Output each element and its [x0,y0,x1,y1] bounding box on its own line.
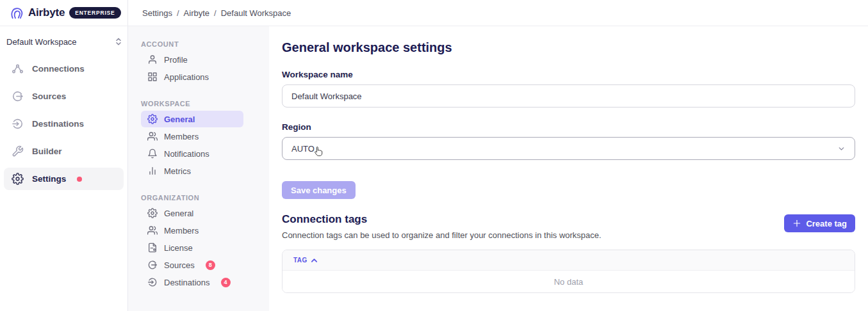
subnav-item-label: Metrics [164,166,191,176]
breadcrumb-default-workspace[interactable]: Default Workspace [221,8,291,18]
members-icon [147,225,158,235]
settings-gear-icon [147,208,158,218]
subnav-item-label: Applications [164,72,209,82]
brand-name: Airbyte [28,6,65,19]
subnav-item-label: General [164,209,193,218]
logo-row: Airbyte ENTERPRISE [0,0,127,26]
subnav-item-workspace-members[interactable]: Members [141,128,243,145]
subnav-item-org-members[interactable]: Members [141,222,243,239]
page-title: General workspace settings [282,40,855,55]
airbyte-logo-icon [10,6,24,20]
bell-icon [147,148,158,159]
person-icon [147,54,158,65]
subnav-item-workspace-general[interactable]: General [141,111,243,127]
section-title-workspace: WORKSPACE [141,100,256,108]
connection-tags-header: Connection tags Connection tags can be u… [282,213,855,240]
create-tag-label: Create tag [806,219,847,228]
right-column: Settings / Airbyte / Default Workspace A… [128,0,868,311]
sources-icon [147,260,158,270]
save-changes-button[interactable]: Save changes [282,181,356,199]
destinations-count-badge: 4 [221,278,231,287]
sources-count-badge: 8 [206,260,215,270]
connection-tags-titles: Connection tags Connection tags can be u… [282,213,602,240]
sidebar-item-settings[interactable]: Settings [4,168,124,190]
subnav-item-label: Members [164,132,199,141]
subnav-item-org-general[interactable]: General [141,205,243,221]
subnav-item-org-destinations[interactable]: Destinations 4 [141,274,243,291]
breadcrumb-separator: / [177,8,179,18]
workspace-selector-value: Default Workspace [6,37,77,47]
table-empty-state: No data [283,271,855,292]
main-content: General workspace settings Workspace nam… [269,26,868,311]
sidebar-item-builder[interactable]: Builder [4,140,124,163]
workspace-name-input[interactable] [282,84,855,108]
sidebar-item-label: Settings [32,174,66,184]
grid-icon [147,72,158,82]
sidebar-item-sources[interactable]: Sources [4,85,124,108]
sidebar-item-destinations[interactable]: Destinations [4,113,124,135]
sidebar-item-label: Destinations [32,119,84,129]
content-row: ACCOUNT Profile Applications WORKSPACE [128,26,868,311]
connection-tags-table: TAG No data [282,250,855,293]
section-title-account: ACCOUNT [141,40,256,48]
subnav-item-label: General [164,115,195,124]
destinations-icon [147,277,158,287]
sidebar-item-connections[interactable]: Connections [4,58,124,80]
tag-column-label: TAG [293,257,307,264]
sort-ascending-icon [311,258,318,263]
table-header-row: TAG [283,250,855,271]
license-document-icon [147,243,158,253]
region-select-value: AUTO [291,144,315,154]
sidebar-item-label: Sources [32,92,66,101]
chevron-down-icon [837,145,846,153]
sidebar-item-label: Connections [32,64,85,74]
region-label: Region [282,122,855,132]
connection-tags-description: Connection tags can be used to organize … [282,230,602,240]
settings-notification-dot [77,177,82,182]
app-window: Airbyte ENTERPRISE Default Workspace Con… [0,0,868,311]
subnav-item-applications[interactable]: Applications [141,68,243,85]
sidebar-item-label: Builder [32,147,62,156]
create-tag-button[interactable]: Create tag [784,214,855,232]
connection-tags-title: Connection tags [282,213,602,226]
bar-chart-icon [147,166,158,176]
settings-gear-icon [147,114,158,124]
subnav-item-notifications[interactable]: Notifications [141,145,243,162]
connections-icon [12,63,24,75]
subnav-item-profile[interactable]: Profile [141,51,243,68]
subnav-item-label: Sources [164,260,195,270]
breadcrumb-settings[interactable]: Settings [142,8,172,18]
tag-column-header[interactable]: TAG [293,257,318,264]
subnav-item-label: Members [164,226,199,235]
sidebar-nav: Connections Sources Destinations [0,51,127,195]
subnav-item-label: Notifications [164,149,209,159]
subnav-item-label: Profile [164,55,188,65]
subnav-item-metrics[interactable]: Metrics [141,163,243,179]
subnav-item-license[interactable]: License [141,239,243,256]
settings-gear-icon [12,173,24,185]
enterprise-badge: ENTERPRISE [69,7,120,19]
subnav-item-org-sources[interactable]: Sources 8 [141,257,243,273]
destinations-icon [12,118,24,130]
members-icon [147,131,158,141]
builder-wrench-icon [12,145,24,157]
breadcrumb-airbyte[interactable]: Airbyte [184,8,209,18]
main-sidebar: Airbyte ENTERPRISE Default Workspace Con… [0,0,128,311]
plus-icon [792,219,801,228]
subnav-item-label: Destinations [164,278,210,287]
settings-subnav: ACCOUNT Profile Applications WORKSPACE [128,26,269,311]
breadcrumb-separator: / [214,8,217,18]
workspace-selector[interactable]: Default Workspace [6,32,122,51]
workspace-name-label: Workspace name [282,70,855,79]
sources-icon [12,90,24,102]
region-select[interactable]: AUTO [282,137,855,160]
breadcrumb-bar: Settings / Airbyte / Default Workspace [128,0,868,26]
section-title-organization: ORGANIZATION [141,194,256,202]
mouse-cursor [313,146,323,157]
subnav-item-label: License [164,243,193,253]
chevrons-up-down-icon [115,37,122,46]
